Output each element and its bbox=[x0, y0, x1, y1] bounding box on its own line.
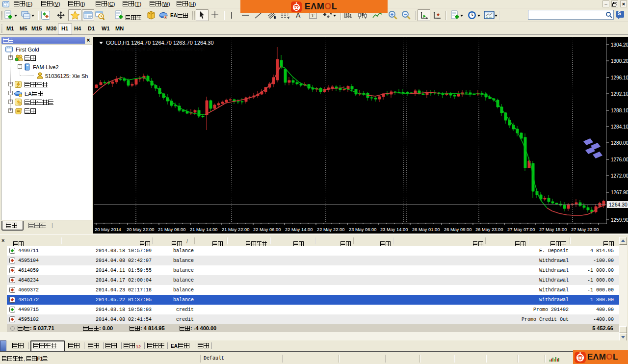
svg-text:1304.20: 1304.20 bbox=[611, 42, 628, 48]
svg-text:22 May 14:00: 22 May 14:00 bbox=[285, 227, 313, 232]
svg-text:1300.20: 1300.20 bbox=[611, 58, 628, 64]
svg-text:27 May 15:00: 27 May 15:00 bbox=[539, 227, 567, 232]
svg-text:1284.10: 1284.10 bbox=[611, 124, 628, 130]
svg-text:22 May 06:00: 22 May 06:00 bbox=[253, 227, 281, 232]
svg-text:23 May 14:00: 23 May 14:00 bbox=[380, 227, 408, 232]
svg-text:GOLD,H1 1264.70 1264.70 1263.: GOLD,H1 1264.70 1264.70 1263.70 1264.30 bbox=[106, 40, 214, 46]
svg-text:20 May 2014: 20 May 2014 bbox=[95, 227, 121, 232]
svg-text:21 May 22:00: 21 May 22:00 bbox=[222, 227, 249, 232]
svg-text:E: E bbox=[274, 16, 276, 19]
svg-text:1292.10: 1292.10 bbox=[611, 91, 628, 97]
svg-text:1264.30: 1264.30 bbox=[609, 202, 628, 208]
svg-text:1288.10: 1288.10 bbox=[611, 108, 628, 113]
svg-text:23 May 06:00: 23 May 06:00 bbox=[349, 227, 376, 232]
svg-text:27 May 23:00: 27 May 23:00 bbox=[571, 227, 599, 232]
svg-text:26 May 01:00: 26 May 01:00 bbox=[412, 227, 440, 232]
svg-text:1276.00: 1276.00 bbox=[611, 157, 628, 162]
svg-text:1280.00: 1280.00 bbox=[611, 140, 628, 146]
svg-text:1267.90: 1267.90 bbox=[611, 190, 628, 195]
svg-text:First Gold Copyright 2014, EA: First Gold Copyright 2014, EAMOL Softwar… bbox=[106, 47, 205, 52]
svg-text:1296.10: 1296.10 bbox=[611, 75, 628, 80]
svg-text:22 May 22:00: 22 May 22:00 bbox=[317, 227, 344, 232]
svg-text:27 May 07:00: 27 May 07:00 bbox=[507, 227, 535, 232]
svg-text:26 May 09:00: 26 May 09:00 bbox=[444, 227, 471, 232]
svg-text:F: F bbox=[288, 16, 290, 19]
svg-text:26 May 23:00: 26 May 23:00 bbox=[475, 227, 503, 232]
svg-text:1259.90: 1259.90 bbox=[611, 217, 628, 223]
svg-text:20 May 22:00: 20 May 22:00 bbox=[127, 227, 154, 232]
svg-text:21 May 14:00: 21 May 14:00 bbox=[190, 227, 217, 232]
svg-text:1272.00: 1272.00 bbox=[611, 173, 628, 179]
svg-text:21 May 06:00: 21 May 06:00 bbox=[158, 227, 185, 232]
